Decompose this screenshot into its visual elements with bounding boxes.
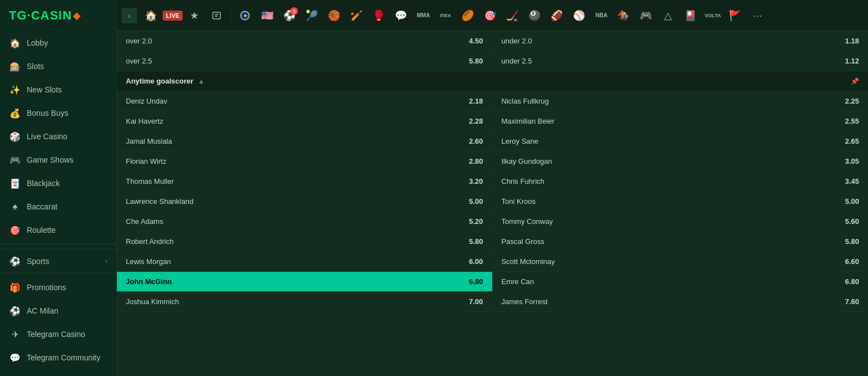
- logo-diamond: ◆: [73, 9, 81, 22]
- nav-nba-button[interactable]: NBA: [591, 5, 612, 26]
- goalscorer-right-10[interactable]: James Forrest7.60: [493, 292, 869, 312]
- bet-cell-over-25[interactable]: over 2.5 5.80: [117, 51, 493, 71]
- nav-favorites-button[interactable]: ★: [184, 5, 205, 26]
- goalscorer-left-4[interactable]: Thomas Muller3.20: [117, 172, 493, 192]
- bet-odd: 6.60: [845, 257, 859, 266]
- nav-coupon-button[interactable]: [206, 5, 227, 26]
- goalscorer-right-2[interactable]: Leroy Sane2.65: [493, 131, 869, 152]
- sidebar-item-bonus-buys[interactable]: 💰 Bonus Buys: [0, 101, 116, 125]
- sidebar-item-live-casino[interactable]: 🎲 Live Casino: [0, 125, 116, 148]
- goalscorer-left-5[interactable]: Lawrence Shankland5.00: [117, 192, 493, 212]
- goalscorer-left-8[interactable]: Lewis Morgan6.00: [117, 252, 493, 272]
- sidebar-item-roulette[interactable]: 🎯 Roulette: [0, 218, 116, 242]
- sidebar-item-telegram-community[interactable]: 💬 Telegram Community: [0, 346, 116, 369]
- sidebar-item-baccarat[interactable]: ♠ Baccarat: [0, 195, 116, 218]
- collapse-button[interactable]: ‹: [121, 8, 137, 23]
- sidebar-item-game-shows[interactable]: 🎮 Game Shows: [0, 148, 116, 172]
- nav-usa-button[interactable]: 🇺🇸: [257, 5, 278, 26]
- goalscorer-right-3[interactable]: Ilkay Gundogan3.05: [493, 152, 869, 172]
- goalscorer-right-4[interactable]: Chris Fuhrich3.45: [493, 172, 869, 192]
- pin-icon[interactable]: 📌: [851, 77, 859, 85]
- bet-cell-under-2[interactable]: under 2.0 1.18: [493, 31, 869, 51]
- bet-name: Ilkay Gundogan: [502, 157, 552, 165]
- goalscorer-right-6[interactable]: Tommy Conway5.60: [493, 212, 869, 232]
- goalscorer-left-9[interactable]: John McGinn6.80: [117, 272, 493, 292]
- goalscorer-left-1[interactable]: Kai Havertz2.28: [117, 111, 493, 131]
- bet-odd: 2.28: [469, 117, 483, 125]
- bet-odd: 2.18: [469, 97, 483, 105]
- nav-more-button[interactable]: ⋯: [747, 5, 768, 26]
- nav-volta-button[interactable]: VOLTA: [702, 5, 723, 26]
- nav-euro-button[interactable]: ★: [234, 5, 256, 26]
- bet-cell-under-25[interactable]: under 2.5 1.12: [493, 51, 869, 71]
- nav-soccer-live-button[interactable]: ⚽ 5: [279, 5, 300, 26]
- goalscorer-right-1[interactable]: Maximilian Beier2.55: [493, 111, 869, 131]
- goalscorer-right-8[interactable]: Scott Mctominay6.60: [493, 252, 869, 272]
- nav-basketball-button[interactable]: 🏀: [323, 5, 345, 26]
- nav-baseball-button[interactable]: ⚾: [568, 5, 590, 26]
- logo: TG·CASIN◆: [0, 0, 116, 31]
- sports-icon: ⚽: [9, 255, 21, 267]
- nav-esports-button[interactable]: 🎮: [635, 5, 656, 26]
- bet-name: Lawrence Shankland: [126, 197, 193, 206]
- nav-pool-button[interactable]: 🎱: [524, 5, 545, 26]
- nav-mma-button[interactable]: MMA: [413, 5, 434, 26]
- nav-live-button[interactable]: LIVE: [163, 11, 183, 21]
- goalscorer-right-5[interactable]: Toni Kroos5.00: [493, 192, 869, 212]
- nav-american-football-button[interactable]: 🏈: [546, 5, 567, 26]
- nav-cards-button[interactable]: 🎴: [680, 5, 701, 26]
- nav-flag-button[interactable]: 🚩: [724, 5, 746, 26]
- sidebar-item-new-slots[interactable]: ✨ New Slots: [0, 78, 116, 101]
- nav-home-button[interactable]: 🏠: [140, 5, 161, 26]
- bet-odd: 1.18: [845, 37, 859, 45]
- telegram-casino-icon: ✈: [9, 328, 21, 340]
- bet-odd: 5.20: [469, 217, 483, 226]
- bet-name: Kai Havertz: [126, 117, 163, 125]
- bet-name: Emre Can: [502, 277, 534, 286]
- goalscorer-left-7[interactable]: Robert Andrich5.80: [117, 232, 493, 252]
- sort-icon[interactable]: ▲: [198, 77, 204, 85]
- goalscorer-left-10[interactable]: Joshua Kimmich7.00: [117, 292, 493, 312]
- sidebar-item-ac-milan[interactable]: ⚽ AC Milan: [0, 299, 116, 323]
- nav-tennis-button[interactable]: 🎾: [301, 5, 322, 26]
- section-header-left: Anytime goalscorer ▲: [126, 77, 204, 85]
- nav-horse-button[interactable]: 🏇: [613, 5, 634, 26]
- goalscorer-right-7[interactable]: Pascal Gross5.80: [493, 232, 869, 252]
- nav-fifa-button[interactable]: FIFA: [435, 5, 456, 26]
- nav-triangle-button[interactable]: △: [658, 5, 679, 26]
- nav-rugby-button[interactable]: 🏉: [457, 5, 478, 26]
- sidebar-item-telegram-casino[interactable]: ✈ Telegram Casino: [0, 323, 116, 346]
- logo-text: TG·CASIN: [9, 8, 72, 23]
- goalscorer-left-3[interactable]: Florian Wirtz2.80: [117, 152, 493, 172]
- nav-separator: [231, 8, 231, 23]
- content-area: over 2.0 4.50 under 2.0 1.18 over 2.5 5.…: [117, 31, 868, 376]
- sidebar-item-sports[interactable]: ⚽ Sports ‹: [0, 249, 116, 274]
- nav-darts-button[interactable]: 🎯: [479, 5, 501, 26]
- nav-hockey-button[interactable]: 🏒: [502, 5, 523, 26]
- bet-name: Robert Andrich: [126, 237, 174, 246]
- bet-odd: 2.65: [845, 137, 859, 145]
- bet-odd: 5.00: [469, 197, 483, 206]
- sidebar-item-blackjack[interactable]: 🃏 Blackjack: [0, 172, 116, 195]
- nav-cricket-button[interactable]: 🏏: [346, 5, 367, 26]
- sidebar-item-promotions[interactable]: 🎁 Promotions: [0, 276, 116, 299]
- sidebar-item-label: Telegram Community: [27, 353, 107, 362]
- bet-name: Deniz Undav: [126, 97, 167, 105]
- goalscorer-right-9[interactable]: Emre Can6.80: [493, 272, 869, 292]
- bet-odd: 1.12: [845, 57, 859, 65]
- sidebar-item-lobby[interactable]: 🏠 Lobby: [0, 31, 116, 55]
- sidebar-item-label: Sports: [27, 257, 100, 266]
- nav-boxing-button[interactable]: 🥊: [368, 5, 389, 26]
- sidebar-item-slots[interactable]: 🎰 Slots: [0, 55, 116, 78]
- goalscorer-left-2[interactable]: Jamal Musiala2.60: [117, 131, 493, 152]
- goalscorer-right-0[interactable]: Niclas Fullkrug2.25: [493, 91, 869, 111]
- bet-cell-over-2[interactable]: over 2.0 4.50: [117, 31, 493, 51]
- bet-odd: 3.45: [845, 177, 859, 185]
- goalscorers-grid: Deniz Undav2.18Niclas Fullkrug2.25Kai Ha…: [117, 91, 868, 312]
- bet-name: over 2.5: [126, 57, 152, 65]
- goalscorer-left-0[interactable]: Deniz Undav2.18: [117, 91, 493, 111]
- sidebar-item-label: New Slots: [27, 85, 107, 94]
- goalscorer-left-6[interactable]: Che Adams5.20: [117, 212, 493, 232]
- bet-name: Joshua Kimmich: [126, 297, 179, 306]
- nav-chat-button[interactable]: 💬: [390, 5, 411, 26]
